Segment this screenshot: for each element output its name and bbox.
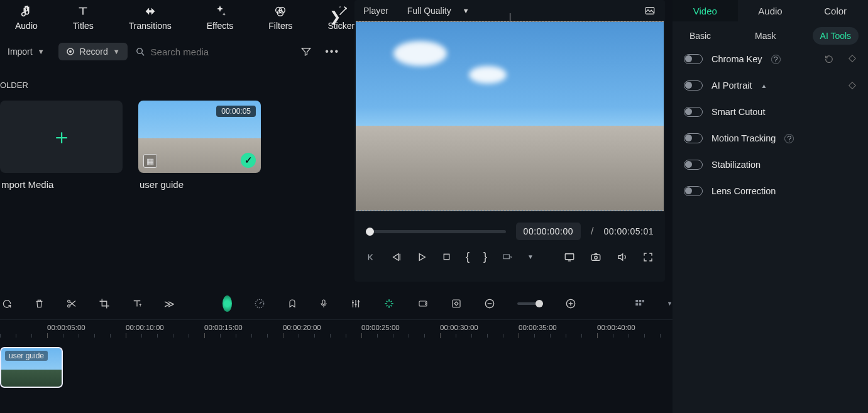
keyframe-panel-icon[interactable] [451,298,462,309]
import-media-card[interactable]: ＋ [0,101,123,173]
preview-viewport[interactable] [356,21,664,211]
ruler-mark: 00:00:20:00 [283,324,321,338]
chevron-down-icon[interactable]: ▼ [667,300,673,307]
prev-frame-icon[interactable] [366,251,377,263]
chevron-down-icon[interactable]: ▼ [527,253,534,260]
keyframe-icon[interactable] [848,81,857,90]
tab-audio[interactable]: Audio [15,4,38,31]
tab-color[interactable]: Color [803,0,868,21]
mark-out-icon[interactable]: } [483,250,487,263]
ai-assistant-icon[interactable] [222,295,232,312]
volume-icon[interactable] [616,251,629,263]
stop-icon[interactable] [441,251,452,262]
play-backward-icon[interactable] [391,251,402,263]
ruler-mark: 00:00:10:00 [126,324,164,338]
effects-icon [213,4,227,18]
ruler-mark: 00:00:05:00 [47,324,85,338]
timeline-ruler[interactable]: 00:00:05:0000:00:10:0000:00:15:0000:00:2… [0,319,673,344]
track-view-icon[interactable] [634,298,646,309]
aspect-dropdown-icon[interactable] [501,252,514,262]
autocut-icon[interactable] [383,297,395,310]
svg-rect-16 [419,301,427,306]
inspector-panel: Video Audio Color Basic Mask AI Tools Ch… [673,0,868,413]
toggle-lens-correction[interactable] [684,186,703,196]
prop-ai-portrait: AI Portrait ▲ [684,80,857,91]
fullscreen-icon[interactable] [642,251,654,263]
media-clip-thumbnail[interactable]: 00:00:05 ▦ ✓ [138,101,261,173]
player-panel: Player Full Quality ▼ 00:00:00:00 / 00:0… [354,0,665,282]
tab-filters[interactable]: Filters [268,4,292,31]
snapshot-icon[interactable] [644,5,656,16]
audio-mixer-icon[interactable] [350,298,361,309]
toggle-stabilization[interactable] [684,160,703,170]
prop-label: Motion Tracking [711,133,776,143]
quality-label: Full Quality [407,6,451,16]
playhead-marker [510,13,510,21]
camera-icon[interactable] [590,251,602,263]
prop-chroma-key: Chroma Key ? [684,54,857,64]
timeline-clip[interactable]: user guide [0,347,63,388]
import-dropdown[interactable]: Import ▼ [0,43,52,60]
zoom-in-icon[interactable] [564,297,577,310]
toggle-smart-cutout[interactable] [684,107,703,117]
keyframe-icon[interactable] [848,54,857,64]
svg-rect-20 [635,300,638,302]
speed-icon[interactable] [253,297,266,310]
more-options-icon[interactable]: ••• [325,46,339,57]
prop-motion-tracking: Motion Tracking ? [684,133,857,143]
subtab-basic[interactable]: Basic [682,27,718,45]
more-tabs-icon[interactable]: ❯ [329,9,341,25]
marker-icon[interactable] [287,298,297,309]
toggle-motion-tracking[interactable] [684,133,703,143]
tab-video[interactable]: Video [673,0,738,21]
crop-icon[interactable] [99,298,110,309]
more-tools-icon[interactable]: ≫ [164,298,175,310]
tab-titles[interactable]: Titles [73,4,94,31]
tab-audio-inspector[interactable]: Audio [738,0,803,21]
prop-label: Chroma Key [711,54,762,64]
tab-label: Audio [15,21,38,31]
search-input[interactable] [151,47,258,57]
prop-stabilization: Stabilization [684,160,857,170]
delete-icon[interactable] [34,298,45,309]
ruler-mark: 00:00:30:00 [440,324,478,338]
caret-up-icon[interactable]: ▲ [761,82,767,89]
chevron-down-icon: ▼ [38,48,45,55]
tab-label: Transitions [129,21,172,31]
seek-slider[interactable] [366,230,506,233]
prop-smart-cutout: Smart Cutout [684,107,857,117]
reset-icon[interactable] [824,54,834,64]
mark-in-icon[interactable]: { [466,250,470,263]
redo-icon[interactable] [1,299,13,309]
tab-label: Titles [73,21,94,31]
ruler-mark: 00:00:35:00 [519,324,557,338]
render-icon[interactable] [417,299,429,309]
subtab-mask[interactable]: Mask [747,27,783,45]
svg-rect-23 [635,303,638,306]
tab-transitions[interactable]: Transitions [129,4,172,31]
svg-rect-7 [444,254,449,260]
clip-label: user guide [138,179,261,190]
tab-effects[interactable]: Effects [207,4,234,31]
folder-heading: OLDER [0,80,28,90]
play-icon[interactable] [416,251,427,263]
prop-lens-correction: Lens Correction [684,186,857,196]
filter-icon[interactable] [300,46,312,57]
record-dropdown[interactable]: Record ▼ [58,43,128,60]
quality-dropdown[interactable]: Full Quality ▼ [407,6,470,16]
help-icon[interactable]: ? [771,55,781,64]
zoom-slider[interactable] [517,302,543,305]
clip-duration: 00:00:05 [216,106,256,117]
split-icon[interactable] [66,298,77,309]
prop-label: AI Portrait [711,80,752,91]
zoom-out-icon[interactable] [483,297,496,310]
svg-point-11 [595,256,598,259]
text-icon[interactable] [131,298,143,309]
display-icon[interactable] [563,251,576,263]
help-icon[interactable]: ? [784,134,794,143]
filters-icon [273,4,287,18]
toggle-ai-portrait[interactable] [684,80,703,91]
voiceover-icon[interactable] [319,297,329,310]
subtab-ai-tools[interactable]: AI Tools [813,27,859,45]
toggle-chroma-key[interactable] [684,54,703,64]
